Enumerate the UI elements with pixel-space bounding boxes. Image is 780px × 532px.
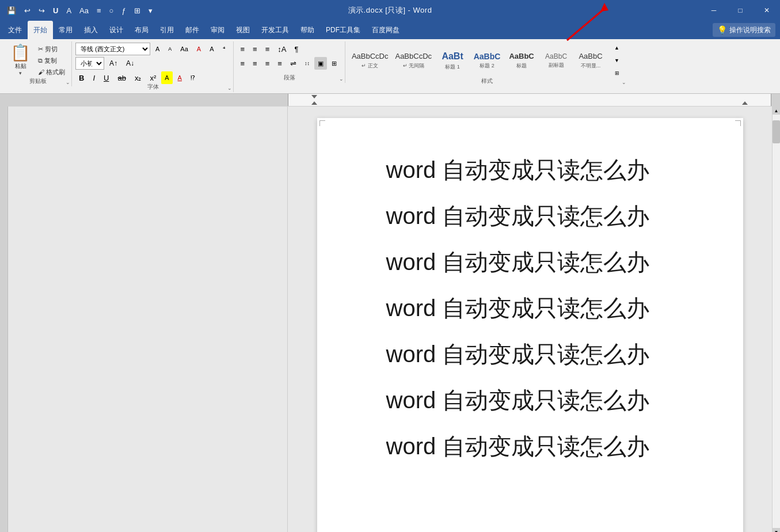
style-h2[interactable]: AaBbC 标题 2 (470, 50, 504, 72)
styles-row: AaBbCcDc ↵ 正文 AaBbCcDc ↵ 无间隔 AaBt 标题 1 A… (349, 43, 623, 78)
paste-dropdown-icon[interactable]: ▾ (19, 70, 22, 76)
doc-line-7[interactable]: word 自动变成只读怎么办 (386, 429, 697, 458)
font-color-btn[interactable]: A (174, 71, 185, 84)
font-size-decrease-btn[interactable]: A (152, 43, 163, 55)
menu-item-references[interactable]: 引用 (154, 21, 180, 39)
menu-item-common[interactable]: 常用 (53, 21, 78, 39)
para-row-1: ≡ ≡ ≡ ↕A ¶ (237, 43, 302, 55)
shading-btn[interactable]: ▣ (314, 57, 327, 70)
copy-button[interactable]: ⧉ 复制 (36, 56, 67, 66)
ruler-right-margin[interactable] (742, 101, 748, 105)
ruler-indent-bottom[interactable] (311, 101, 317, 105)
font-size-select[interactable]: 小初 (75, 57, 104, 70)
menu-item-insert[interactable]: 插入 (78, 21, 104, 39)
more-quick-icon[interactable]: ▾ (146, 5, 155, 16)
styles-up-btn[interactable]: ▲ (611, 43, 623, 53)
font-shrink-btn[interactable]: A↓ (123, 57, 138, 70)
format-painter-button[interactable]: 🖌 格式刷 (36, 67, 67, 77)
style-subtitle[interactable]: AaBbC 副标题 (539, 50, 573, 71)
bold-button[interactable]: B (75, 71, 87, 84)
style-normal[interactable]: AaBbCcDc ↵ 正文 (349, 50, 391, 71)
undo-icon[interactable]: ↩ (22, 5, 33, 16)
doc-line-3[interactable]: word 自动变成只读怎么办 (386, 245, 697, 279)
font-more-btn[interactable]: ⁉ (187, 71, 199, 84)
font-grow-btn[interactable]: A↑ (106, 57, 121, 70)
func-quick-icon[interactable]: ƒ (119, 5, 128, 16)
align-right-btn[interactable]: ≡ (262, 57, 273, 70)
search-button[interactable]: 💡 操作说明搜索 (713, 23, 775, 37)
font-color-clear-btn[interactable]: A (193, 43, 204, 55)
subscript-button[interactable]: x₂ (131, 71, 145, 84)
align-left-btn[interactable]: ≡ (237, 57, 249, 70)
close-button[interactable]: ✕ (754, 0, 780, 21)
cut-button[interactable]: ✂ 剪切 (36, 44, 67, 54)
list-quick-icon[interactable]: ≡ (94, 5, 104, 16)
bullet-list-btn[interactable]: ≡ (237, 43, 249, 55)
maximize-button[interactable]: □ (727, 0, 754, 21)
menu-item-pdf[interactable]: PDF工具集 (320, 21, 366, 39)
menu-item-help[interactable]: 帮助 (295, 21, 320, 39)
save-icon[interactable]: 💾 (5, 5, 18, 16)
doc-line-6[interactable]: word 自动变成只读怎么办 (386, 383, 697, 417)
underline-button[interactable]: U (100, 71, 112, 84)
doc-line-1[interactable]: word 自动变成只读怎么办 (386, 153, 697, 187)
doc-line-4[interactable]: word 自动变成只读怎么办 (386, 291, 697, 325)
paste-button[interactable]: 📋 粘贴 ▾ (7, 43, 34, 78)
strikethrough-button[interactable]: ab (114, 71, 129, 84)
menu-item-file[interactable]: 文件 (2, 21, 28, 39)
redo-icon[interactable]: ↪ (36, 5, 47, 16)
aa2-quick-icon[interactable]: Aa (77, 5, 91, 16)
font-effect2-btn[interactable]: ⁴ (219, 43, 229, 55)
minimize-button[interactable]: ─ (701, 0, 727, 21)
scrollbar-track[interactable] (773, 115, 780, 528)
style-h[interactable]: AaBbC 标题 (505, 50, 538, 71)
doc-line-5[interactable]: word 自动变成只读怎么办 (386, 337, 697, 371)
font-size-increase-btn[interactable]: A (165, 43, 175, 55)
ruler-indent-top[interactable] (311, 95, 317, 98)
paragraph-expand-icon[interactable]: ⌄ (339, 76, 344, 82)
font-name-select[interactable]: 等线 (西文正文) (75, 43, 150, 55)
border-btn[interactable]: ⊞ (328, 57, 340, 70)
style-h1[interactable]: AaBt 标题 1 (436, 48, 469, 72)
justify-btn[interactable]: ≡ (274, 57, 286, 70)
ltr-btn[interactable]: ⇌ (287, 57, 300, 70)
aa-quick-icon[interactable]: A (64, 5, 74, 16)
scroll-down-button[interactable]: ▼ (773, 528, 780, 532)
ruler-left-btn[interactable] (0, 94, 8, 106)
styles-expand-icon[interactable]: ⌄ (622, 79, 626, 85)
style-not-emph[interactable]: AaBbC 不明显... (574, 50, 607, 71)
style-nospace[interactable]: AaBbCcDc ↵ 无间隔 (392, 50, 435, 71)
number-list-btn[interactable]: ≡ (249, 43, 261, 55)
font-aa-btn[interactable]: Aa (177, 43, 191, 55)
styles-down-btn[interactable]: ▼ (611, 55, 623, 66)
highlight-btn[interactable]: A (161, 71, 172, 84)
sort-btn[interactable]: ↕A (274, 43, 290, 55)
scrollbar-thumb[interactable] (773, 120, 780, 143)
clipboard-expand-icon[interactable]: ⌄ (66, 79, 70, 85)
spacing-btn[interactable]: ↕↕ (301, 57, 313, 70)
pilcrow-btn[interactable]: ¶ (291, 43, 302, 55)
menu-item-home[interactable]: 开始 (28, 21, 53, 39)
circle-quick-icon[interactable]: ○ (107, 5, 116, 16)
align-center-btn[interactable]: ≡ (249, 57, 261, 70)
doc-line-2[interactable]: word 自动变成只读怎么办 (386, 199, 697, 233)
menu-item-mail[interactable]: 邮件 (180, 21, 205, 39)
italic-button[interactable]: I (89, 71, 98, 84)
indent-list-btn[interactable]: ≡ (262, 43, 273, 55)
superscript-button[interactable]: x² (146, 71, 159, 84)
menu-item-layout[interactable]: 布局 (129, 21, 154, 39)
font-quick-icon[interactable]: U (51, 5, 60, 16)
menu-item-developer[interactable]: 开发工具 (256, 21, 295, 39)
font-effect-btn[interactable]: A (206, 43, 217, 55)
styles-expand-btn[interactable]: ⊞ (611, 68, 623, 78)
document-page[interactable]: word 自动变成只读怎么办 word 自动变成只读怎么办 word 自动变成只… (317, 118, 743, 532)
menu-item-view[interactable]: 视图 (230, 21, 256, 39)
search-label: 操作说明搜索 (729, 25, 771, 35)
menu-item-baidu[interactable]: 百度网盘 (366, 21, 405, 39)
menu-item-design[interactable]: 设计 (104, 21, 129, 39)
document-area[interactable]: word 自动变成只读怎么办 word 自动变成只读怎么办 word 自动变成只… (288, 107, 772, 532)
menu-item-review[interactable]: 审阅 (205, 21, 230, 39)
font-expand-icon[interactable]: ⌄ (227, 85, 232, 91)
grid-quick-icon[interactable]: ⊞ (132, 5, 143, 16)
scroll-up-button[interactable]: ▲ (773, 107, 780, 115)
